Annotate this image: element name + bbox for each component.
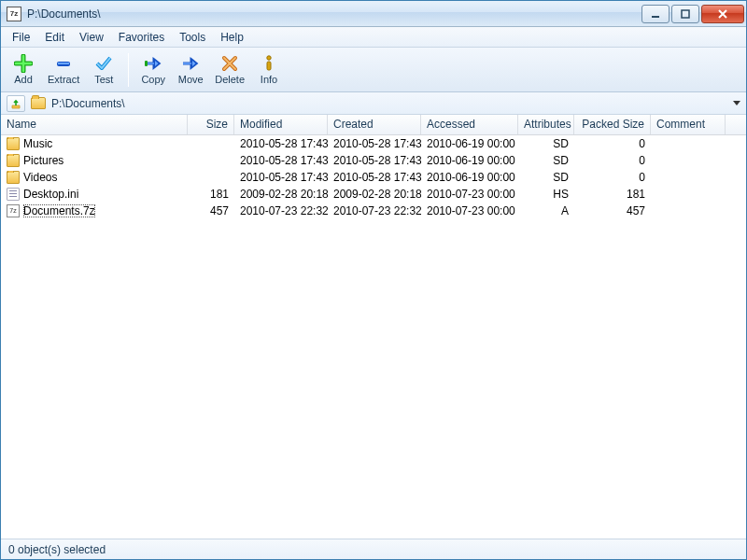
test-button[interactable]: Test <box>85 52 122 87</box>
copy-arrow-icon <box>144 54 162 73</box>
move-arrow-icon <box>181 54 200 73</box>
cell-modified: 2010-05-28 17:43 <box>234 154 328 167</box>
path-dropdown-icon[interactable] <box>733 101 740 105</box>
info-button[interactable]: Info <box>250 52 288 87</box>
cell-created: 2010-07-23 22:32 <box>328 204 421 217</box>
menu-favorites[interactable]: Favorites <box>111 29 172 46</box>
svg-rect-0 <box>652 16 659 18</box>
menu-view[interactable]: View <box>72 29 111 46</box>
cell-packed: 181 <box>574 188 651 201</box>
copy-label: Copy <box>141 74 165 85</box>
cell-accessed: 2010-06-19 00:00 <box>421 171 518 184</box>
delete-label: Delete <box>215 74 245 85</box>
info-icon <box>260 54 278 73</box>
cell-attr: SD <box>518 171 574 184</box>
cell-packed: 457 <box>574 204 651 217</box>
cell-modified: 2009-02-28 20:18 <box>234 188 328 201</box>
add-label: Add <box>14 74 33 85</box>
delete-x-icon <box>220 54 239 73</box>
toolbar: Add Extract Test Copy Move <box>1 48 746 92</box>
ini-icon <box>7 188 20 201</box>
cell-created: 2009-02-28 20:18 <box>328 188 421 201</box>
folder-icon <box>31 97 46 109</box>
file-name: Videos <box>23 171 57 184</box>
up-folder-icon <box>10 98 21 109</box>
delete-button[interactable]: Delete <box>209 52 250 87</box>
menu-help[interactable]: Help <box>213 29 251 46</box>
app-window: 7z P:\Documents\ File Edit View Favorite… <box>0 0 747 560</box>
window-controls <box>641 5 744 23</box>
up-button[interactable] <box>7 95 25 112</box>
cell-packed: 0 <box>574 137 651 150</box>
maximize-icon <box>681 9 690 19</box>
titlebar[interactable]: 7z P:\Documents\ <box>1 1 746 27</box>
statusbar: 0 object(s) selected <box>1 539 746 559</box>
copy-button[interactable]: Copy <box>134 52 172 87</box>
column-name[interactable]: Name <box>1 115 188 134</box>
test-label: Test <box>94 74 113 85</box>
minus-icon <box>54 54 73 73</box>
folder-icon <box>7 154 20 167</box>
add-button[interactable]: Add <box>5 52 42 87</box>
table-row[interactable]: Pictures2010-05-28 17:432010-05-28 17:43… <box>1 152 746 169</box>
status-text: 0 object(s) selected <box>8 543 106 556</box>
file-rows[interactable]: Music2010-05-28 17:432010-05-28 17:43201… <box>1 135 746 539</box>
menu-file[interactable]: File <box>5 29 37 46</box>
cell-modified: 2010-07-23 22:32 <box>234 204 328 217</box>
column-created[interactable]: Created <box>328 115 421 134</box>
table-row[interactable]: 7zDocuments.7z4572010-07-23 22:322010-07… <box>1 203 746 219</box>
folder-icon <box>7 171 20 184</box>
cell-name: 7zDocuments.7z <box>1 204 188 217</box>
svg-rect-1 <box>682 10 689 18</box>
move-button[interactable]: Move <box>172 52 209 87</box>
path-text[interactable]: P:\Documents\ <box>51 97 733 110</box>
cell-attr: SD <box>518 154 574 167</box>
cell-modified: 2010-05-28 17:43 <box>234 137 328 150</box>
file-name: Documents.7z <box>23 204 95 217</box>
column-modified[interactable]: Modified <box>234 115 328 134</box>
file-name: Desktop.ini <box>23 188 78 201</box>
cell-size: 181 <box>188 188 234 201</box>
menu-edit[interactable]: Edit <box>37 29 72 46</box>
file-name: Music <box>23 137 52 150</box>
svg-rect-4 <box>145 61 148 66</box>
minimize-button[interactable] <box>641 5 669 23</box>
cell-accessed: 2010-06-19 00:00 <box>421 137 518 150</box>
table-row[interactable]: Desktop.ini1812009-02-28 20:182009-02-28… <box>1 186 746 203</box>
cell-name: Music <box>1 137 188 150</box>
extract-button[interactable]: Extract <box>42 52 85 87</box>
cell-modified: 2010-05-28 17:43 <box>234 171 328 184</box>
column-accessed[interactable]: Accessed <box>421 115 518 134</box>
plus-icon <box>14 54 33 73</box>
cell-accessed: 2010-06-19 00:00 <box>421 154 518 167</box>
info-label: Info <box>261 74 277 85</box>
column-attributes[interactable]: Attributes <box>518 115 574 134</box>
svg-rect-6 <box>267 62 271 70</box>
cell-name: Desktop.ini <box>1 188 188 201</box>
move-label: Move <box>178 74 204 85</box>
column-packed-size[interactable]: Packed Size <box>574 115 651 134</box>
column-size[interactable]: Size <box>188 115 234 134</box>
file-name: Pictures <box>23 154 63 167</box>
table-row[interactable]: Videos2010-05-28 17:432010-05-28 17:4320… <box>1 169 746 186</box>
minimize-icon <box>651 9 660 19</box>
cell-attr: A <box>518 204 574 217</box>
cell-accessed: 2010-07-23 00:00 <box>421 204 518 217</box>
table-row[interactable]: Music2010-05-28 17:432010-05-28 17:43201… <box>1 135 746 152</box>
cell-created: 2010-05-28 17:43 <box>328 137 421 150</box>
cell-packed: 0 <box>574 171 651 184</box>
svg-point-5 <box>267 56 271 60</box>
cell-accessed: 2010-07-23 00:00 <box>421 188 518 201</box>
menubar: File Edit View Favorites Tools Help <box>1 27 746 48</box>
folder-icon <box>7 137 20 150</box>
menu-tools[interactable]: Tools <box>172 29 213 46</box>
close-button[interactable] <box>701 5 744 23</box>
file-list: Name Size Modified Created Accessed Attr… <box>1 115 746 539</box>
maximize-button[interactable] <box>671 5 699 23</box>
sevenz-icon: 7z <box>7 204 20 217</box>
column-comment[interactable]: Comment <box>651 115 726 134</box>
extract-label: Extract <box>48 74 79 85</box>
cell-name: Pictures <box>1 154 188 167</box>
column-headers: Name Size Modified Created Accessed Attr… <box>1 115 746 135</box>
svg-rect-3 <box>58 63 69 64</box>
